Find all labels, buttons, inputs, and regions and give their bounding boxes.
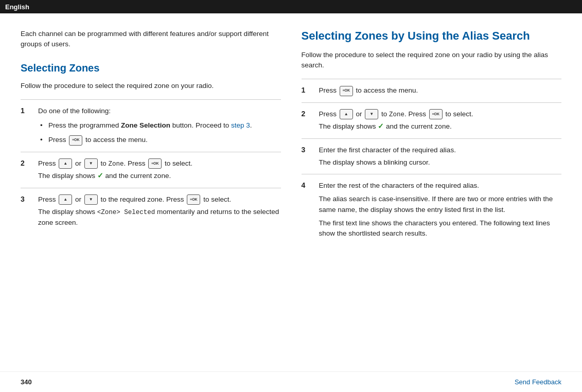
send-feedback-link[interactable]: Send Feedback bbox=[515, 378, 561, 386]
right-steps-list: 1 Press ≡OK to access the menu. 2 Press bbox=[302, 79, 562, 245]
up-button-icon-2 bbox=[59, 194, 72, 205]
right-step-1-content: Press ≡OK to access the menu. bbox=[319, 85, 562, 98]
page-number: 340 bbox=[21, 378, 32, 386]
step-num-2: 2 bbox=[21, 158, 31, 167]
right-step-3-content: Enter the first character of the require… bbox=[319, 145, 562, 170]
ok-button-icon-r1: ≡OK bbox=[340, 86, 353, 96]
up-button-icon-r1 bbox=[340, 109, 353, 119]
language-label: English bbox=[5, 3, 29, 11]
left-subpara: Follow the procedure to select the requi… bbox=[21, 81, 281, 91]
right-step-4-content: Enter the rest of the characters of the … bbox=[319, 181, 562, 241]
right-step-num-4: 4 bbox=[302, 181, 312, 189]
down-button-icon-r1 bbox=[365, 109, 378, 119]
right-step-3: 3 Enter the first character of the requi… bbox=[302, 138, 562, 174]
up-button-icon-1 bbox=[59, 158, 72, 169]
right-step-num-1: 1 bbox=[302, 85, 312, 94]
bullet-1: Press the programmed Zone Selection butt… bbox=[40, 118, 281, 133]
step-3-content: Press or to the required zone. Press ≡OK… bbox=[38, 194, 281, 230]
left-steps-list: 1 Do one of the following: Press the pro… bbox=[21, 99, 281, 234]
right-step-4: 4 Enter the rest of the characters of th… bbox=[302, 174, 562, 245]
top-bar: English bbox=[0, 0, 582, 13]
ok-button-icon-2: ≡OK bbox=[148, 158, 162, 169]
left-step-1: 1 Do one of the following: Press the pro… bbox=[21, 99, 281, 152]
step-num-3: 3 bbox=[21, 194, 31, 203]
step-2-content: Press or to Zone. Press ≡OK to select. T… bbox=[38, 158, 281, 184]
bottom-bar: 340 Send Feedback bbox=[0, 371, 582, 392]
step-1-bullets: Press the programmed Zone Selection butt… bbox=[38, 118, 281, 148]
right-step-num-2: 2 bbox=[302, 109, 312, 118]
main-content: Each channel can be programmed with diff… bbox=[0, 13, 582, 265]
right-subpara: Follow the procedure to select the requi… bbox=[302, 50, 562, 71]
alias-search-heading: Selecting Zones by Using the Alias Searc… bbox=[302, 29, 562, 44]
down-button-icon-2 bbox=[84, 194, 98, 205]
ok-button-icon-3: ≡OK bbox=[187, 194, 200, 205]
down-button-icon-1 bbox=[84, 158, 98, 169]
step-1-content: Do one of the following: Press the progr… bbox=[38, 106, 281, 148]
left-step-3: 3 Press or to the required zone. Press ≡… bbox=[21, 188, 281, 234]
step-num-1: 1 bbox=[21, 106, 31, 115]
right-step-2-content: Press or to Zone. Press ≡OK to select. T… bbox=[319, 109, 562, 134]
right-step-num-3: 3 bbox=[302, 145, 312, 154]
intro-paragraph: Each channel can be programmed with diff… bbox=[21, 29, 281, 50]
bullet-2: Press ≡OK to access the menu. bbox=[40, 133, 281, 147]
selecting-zones-heading: Selecting Zones bbox=[21, 61, 281, 75]
left-step-2: 2 Press or to Zone. Press ≡OK to select.… bbox=[21, 152, 281, 188]
right-step-2: 2 Press or to Zone. Press ≡OK to select.… bbox=[302, 102, 562, 138]
ok-button-icon-r2: ≡OK bbox=[429, 109, 443, 119]
ok-button-icon-1: ≡OK bbox=[69, 135, 82, 146]
left-column: Each channel can be programmed with diff… bbox=[21, 29, 281, 245]
right-column: Selecting Zones by Using the Alias Searc… bbox=[302, 29, 562, 245]
right-step-1: 1 Press ≡OK to access the menu. bbox=[302, 79, 562, 102]
